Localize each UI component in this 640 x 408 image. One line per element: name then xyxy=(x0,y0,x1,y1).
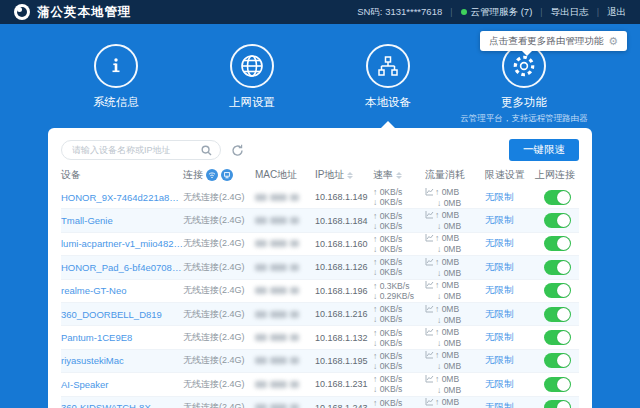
traffic-chart-icon[interactable] xyxy=(425,210,434,221)
wifi-filter-icon[interactable] xyxy=(206,169,218,181)
ip-address: 10.168.1.231 xyxy=(315,379,373,389)
speed-limit-link[interactable]: 无限制 xyxy=(485,331,514,342)
speed-limit-link[interactable]: 无限制 xyxy=(485,401,514,408)
ip-address: 10.168.1.160 xyxy=(315,239,373,249)
wired-filter-icon[interactable] xyxy=(221,169,233,181)
connection-type: 无线连接(2.4G) xyxy=(183,401,255,408)
device-name-link[interactable]: AI-Speaker xyxy=(61,379,183,390)
info-icon xyxy=(94,44,138,88)
nav-item-internet-settings[interactable]: 上网设置 xyxy=(184,44,320,125)
traffic-chart-icon[interactable] xyxy=(425,350,434,361)
internet-toggle[interactable] xyxy=(544,260,571,275)
table-row: riyasustekiMac 无线连接(2.4G) 10.168.1.195 ↑… xyxy=(61,350,579,373)
mac-address-blurred xyxy=(255,311,315,318)
traffic-cell: ↑ 0MB ↓ 0MB xyxy=(425,304,485,325)
tooltip-gear-icon: ⚙ xyxy=(608,36,618,47)
speed-limit-link[interactable]: 无限制 xyxy=(485,261,514,272)
speed-limit-link[interactable]: 无限制 xyxy=(485,214,514,225)
ip-address: 10.168.1.126 xyxy=(315,262,373,272)
search-box[interactable] xyxy=(61,140,221,160)
speed-limit-link[interactable]: 无限制 xyxy=(485,354,514,365)
device-name-link[interactable]: 360-KIDSWATCH-8X xyxy=(61,402,183,408)
device-name-link[interactable]: Pantum-1CE9E8 xyxy=(61,332,183,343)
main-nav: 系统信息 上网设置 本地设备 更多功能 云管理平台，支持远程管理路由器 xyxy=(48,44,592,125)
tooltip-pointer xyxy=(522,51,532,56)
nav-item-system-info[interactable]: 系统信息 xyxy=(48,44,184,125)
table-row: 360_DOORBELL_D819 无线连接(2.4G) 10.168.1.21… xyxy=(61,303,579,326)
table-row: AI-Speaker 无线连接(2.4G) 10.168.1.231 ↑ 0KB… xyxy=(61,373,579,396)
table-row: Tmall-Genie 无线连接(2.4G) 10.168.1.184 ↑ 0K… xyxy=(61,209,579,232)
speed-cell: ↑ 0KB/s ↓ 0KB/s xyxy=(373,328,425,348)
mac-address-blurred xyxy=(255,240,315,247)
internet-toggle[interactable] xyxy=(544,353,571,368)
nav-item-local-devices[interactable]: 本地设备 xyxy=(320,44,456,125)
header-speed[interactable]: 速率 xyxy=(373,168,425,182)
topbar-right: SN码: 3131****7618 | 云管理服务 (7) | 导出日志 | 退… xyxy=(357,6,626,19)
mac-address-blurred xyxy=(255,381,315,388)
logout-button[interactable]: 退出 xyxy=(607,6,626,19)
traffic-chart-icon[interactable] xyxy=(425,327,434,338)
header-ip[interactable]: IP地址 xyxy=(315,168,373,182)
traffic-chart-icon[interactable] xyxy=(425,280,434,291)
table-row: 360-KIDSWATCH-8X 无线连接(2.4G) 10.168.1.243… xyxy=(61,397,579,408)
connection-type: 无线连接(2.4G) xyxy=(183,214,255,227)
device-name-link[interactable]: 360_DOORBELL_D819 xyxy=(61,309,183,320)
traffic-cell: ↑ 0MB ↓ 0MB xyxy=(425,187,485,208)
header-mac: MAC地址 xyxy=(255,168,315,182)
app-logo-icon xyxy=(14,4,30,20)
device-name-link[interactable]: realme-GT-Neo xyxy=(61,285,183,296)
internet-toggle[interactable] xyxy=(544,283,571,298)
nav-item-more-features[interactable]: 更多功能 云管理平台，支持远程管理路由器 xyxy=(456,44,592,125)
table-row: Pantum-1CE9E8 无线连接(2.4G) 10.168.1.132 ↑ … xyxy=(61,326,579,349)
traffic-chart-icon[interactable] xyxy=(425,257,434,268)
ip-address: 10.168.1.149 xyxy=(315,192,373,202)
mac-address-blurred xyxy=(255,264,315,271)
speed-cell: ↑ 0KB/s ↓ 0KB/s xyxy=(373,351,425,371)
traffic-cell: ↑ 0MB ↓ 0MB xyxy=(425,210,485,231)
cloud-service-status[interactable]: 云管理服务 (7) xyxy=(461,6,533,19)
speed-cell: ↑ 0KB/s ↓ 0KB/s xyxy=(373,374,425,394)
traffic-chart-icon[interactable] xyxy=(425,187,434,198)
connection-type: 无线连接(2.4G) xyxy=(183,354,255,367)
internet-toggle[interactable] xyxy=(544,307,571,322)
ip-address: 10.168.1.196 xyxy=(315,286,373,296)
refresh-icon[interactable] xyxy=(231,144,244,157)
card-toolbar: 一键限速 xyxy=(61,128,579,162)
internet-toggle[interactable] xyxy=(544,236,571,251)
device-name-link[interactable]: HONOR_9X-7464d221a88e7981 xyxy=(61,192,183,203)
header-connection[interactable]: 连接 xyxy=(183,168,255,182)
devices-card: 一键限速 设备 连接 MAC地址 IP地址 速率 流量消耗 限速设置 上网连接 … xyxy=(48,128,592,408)
one-key-limit-button[interactable]: 一键限速 xyxy=(509,139,579,161)
header-device[interactable]: 设备 xyxy=(61,168,183,182)
speed-limit-link[interactable]: 无限制 xyxy=(485,237,514,248)
sort-icon[interactable] xyxy=(396,172,402,179)
traffic-chart-icon[interactable] xyxy=(425,397,434,408)
speed-limit-link[interactable]: 无限制 xyxy=(485,191,514,202)
internet-toggle[interactable] xyxy=(544,330,571,345)
nav-label: 更多功能 xyxy=(501,95,547,110)
traffic-chart-icon[interactable] xyxy=(425,304,434,315)
internet-toggle[interactable] xyxy=(544,400,571,408)
internet-toggle[interactable] xyxy=(544,377,571,392)
device-name-link[interactable]: riyasustekiMac xyxy=(61,355,183,366)
traffic-cell: ↑ 0MB ↓ 0MB xyxy=(425,280,485,301)
traffic-cell: ↑ 0MB ↓ 0MB xyxy=(425,233,485,254)
speed-limit-link[interactable]: 无限制 xyxy=(485,284,514,295)
traffic-chart-icon[interactable] xyxy=(425,374,434,385)
connection-type: 无线连接(2.4G) xyxy=(183,308,255,321)
sort-icon[interactable] xyxy=(347,172,353,179)
speed-cell: ↑ 0KB/s ↓ 0KB/s xyxy=(373,398,425,408)
nav-label: 上网设置 xyxy=(229,95,275,110)
speed-cell: ↑ 0KB/s ↓ 0KB/s xyxy=(373,187,425,207)
export-log-button[interactable]: 导出日志 xyxy=(551,6,589,19)
speed-limit-link[interactable]: 无限制 xyxy=(485,308,514,319)
device-name-link[interactable]: HONOR_Pad_6-bf4e07083ba73 xyxy=(61,262,183,273)
speed-limit-link[interactable]: 无限制 xyxy=(485,378,514,389)
device-name-link[interactable]: Tmall-Genie xyxy=(61,215,183,226)
internet-toggle[interactable] xyxy=(544,213,571,228)
traffic-chart-icon[interactable] xyxy=(425,233,434,244)
search-input[interactable] xyxy=(70,144,201,156)
device-name-link[interactable]: lumi-acpartner-v1_miio48285687 xyxy=(61,238,183,249)
internet-toggle[interactable] xyxy=(544,190,571,205)
connection-type: 无线连接(2.4G) xyxy=(183,261,255,274)
